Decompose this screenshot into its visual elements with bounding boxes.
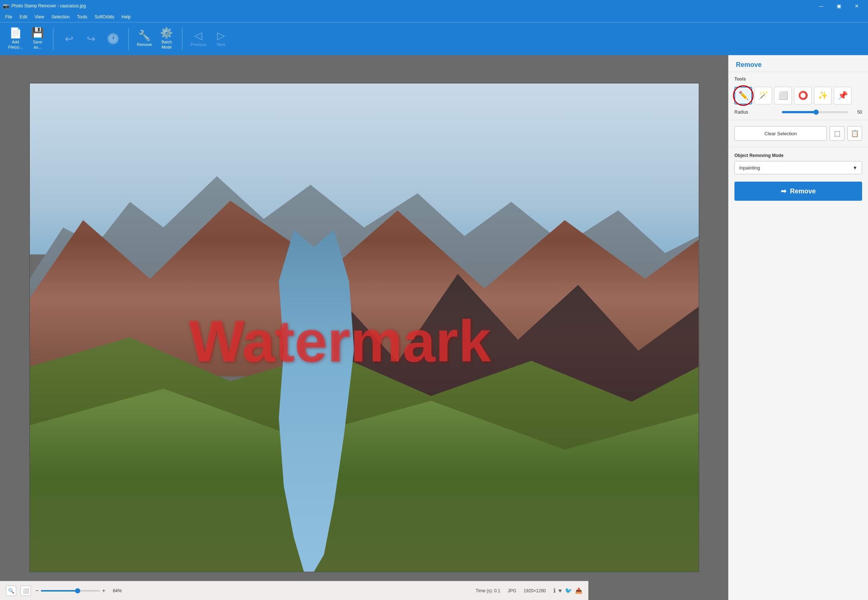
radius-fill (782, 111, 815, 113)
radius-slider[interactable] (782, 111, 848, 113)
undo-button[interactable]: ↩ (58, 32, 80, 46)
menu-help[interactable]: Help (118, 13, 135, 21)
format-label: JPG (508, 588, 516, 593)
info-icon[interactable]: ℹ (553, 587, 556, 594)
minimize-button[interactable]: ― (813, 0, 830, 12)
zoom-control: − + (35, 588, 106, 594)
app-icon: 📷 (3, 3, 9, 9)
radius-control-row: Radius 50 (728, 108, 868, 117)
radius-thumb[interactable] (813, 109, 819, 115)
close-button[interactable]: ✕ (848, 0, 865, 12)
twitter-icon[interactable]: 🐦 (565, 587, 572, 594)
zoom-minus-button[interactable]: − (35, 588, 39, 594)
brush-tool-button[interactable]: ✏️ (734, 87, 752, 105)
titlebar: 📷 Photo Stamp Remover - caucasus.jpg ― ▣… (0, 0, 868, 12)
panel-divider-1 (728, 120, 868, 120)
panel-title: Remove (728, 55, 868, 72)
paste-selection-button[interactable]: 📋 (847, 126, 862, 141)
next-label: Next (217, 42, 225, 47)
redo-icon: ↪ (87, 34, 95, 44)
smart-icon: ✨ (818, 91, 828, 100)
mode-selected-value: Inpainting (739, 165, 760, 171)
remove-toolbar-button[interactable]: 🔧 Remove (133, 28, 156, 49)
history-icon: 🕐 (107, 34, 120, 44)
history-button[interactable]: 🕐 (102, 32, 124, 46)
smart-tool-button[interactable]: ✨ (814, 87, 832, 105)
menu-softorbits[interactable]: SoftOrbits (91, 13, 118, 21)
radius-label: Radius (734, 109, 779, 115)
social-icons: ℹ ♥ 🐦 📤 (553, 587, 583, 594)
next-icon: ▷ (217, 30, 225, 41)
mode-label: Object Removing Mode (728, 150, 868, 159)
magic-wand-button[interactable]: 🪄 (754, 87, 772, 105)
window-controls: ― ▣ ✕ (813, 0, 865, 12)
next-button[interactable]: ▷ Next (210, 28, 232, 49)
remove-toolbar-label: Remove (137, 42, 152, 47)
save-as-label: Saveas... (33, 40, 42, 49)
bottom-right-info: Time (s): 0.1 JPG 1920×1280 ℹ ♥ 🐦 📤 (476, 587, 582, 594)
menu-file[interactable]: File (2, 13, 16, 21)
dimensions-label: 1920×1280 (524, 588, 546, 593)
toolbar-sep-3 (182, 28, 182, 50)
toolbar: 📄 AddFile(s)... 💾 Saveas... ↩ ↪ 🕐 🔧 Remo… (0, 22, 868, 55)
stamp-tool-button[interactable]: 📌 (834, 87, 851, 105)
add-files-button[interactable]: 📄 AddFile(s)... (5, 26, 26, 52)
share-icon[interactable]: 📤 (575, 587, 582, 594)
lasso-icon: ⭕ (798, 91, 808, 100)
right-panel: Remove Tools ✏️ 🪄 ⬜ ⭕ ✨ 📌 (728, 55, 868, 600)
clear-selection-button[interactable]: Clear Selection (734, 126, 827, 141)
menu-view[interactable]: View (31, 13, 48, 21)
paste-icon: 📋 (851, 129, 859, 138)
select-from-clipboard-button[interactable]: ⬚ (830, 126, 844, 141)
image-canvas: Watermark (29, 83, 699, 572)
tools-row: ✏️ 🪄 ⬜ ⭕ ✨ 📌 (728, 84, 868, 108)
radius-value: 50 (851, 109, 862, 115)
add-files-icon: 📄 (9, 28, 22, 38)
lasso-tool-button[interactable]: ⭕ (794, 87, 812, 105)
save-as-icon: 💾 (31, 28, 44, 38)
remove-toolbar-icon: 🔧 (138, 30, 151, 41)
toolbar-sep-2 (128, 28, 129, 50)
main-area: Watermark 🔍 ⬜ − + 64% Time (s): 0.1 JPG … (0, 55, 868, 600)
batch-mode-label: BatchMode (161, 40, 172, 49)
heart-icon[interactable]: ♥ (559, 588, 562, 594)
canvas-area[interactable]: Watermark 🔍 ⬜ − + 64% Time (s): 0.1 JPG … (0, 55, 728, 600)
tools-section-label: Tools (728, 72, 868, 84)
panel-divider-2 (728, 147, 868, 147)
brush-icon: ✏️ (739, 91, 748, 100)
undo-icon: ↩ (65, 34, 73, 44)
zoom-track[interactable] (41, 590, 100, 592)
bottom-bar: 🔍 ⬜ − + 64% Time (s): 0.1 JPG 1920×1280 … (0, 581, 588, 600)
menu-tools[interactable]: Tools (73, 13, 91, 21)
menu-selection[interactable]: Selection (48, 13, 73, 21)
stamp-icon: 📌 (838, 91, 848, 100)
previous-button[interactable]: ◁ Previous (187, 28, 210, 49)
remove-button[interactable]: ➡ Remove (734, 182, 862, 201)
rectangle-icon: ⬜ (778, 91, 788, 100)
zoom-fill (41, 590, 76, 592)
time-label: Time (s): 0.1 (476, 588, 500, 593)
add-files-label: AddFile(s)... (8, 40, 23, 49)
rectangle-tool-button[interactable]: ⬜ (774, 87, 792, 105)
zoom-plus-button[interactable]: + (102, 588, 105, 594)
toolbar-sep-1 (53, 28, 53, 50)
menubar: File Edit View Selection Tools SoftOrbit… (0, 12, 868, 22)
dropdown-chevron-icon: ▼ (853, 165, 857, 171)
magic-wand-icon: 🪄 (759, 91, 768, 100)
maximize-button[interactable]: ▣ (830, 0, 847, 12)
menu-edit[interactable]: Edit (16, 13, 31, 21)
clear-selection-row: Clear Selection ⬚ 📋 (728, 123, 868, 144)
batch-mode-icon: ⚙️ (160, 28, 173, 38)
clipboard-select-icon: ⬚ (834, 129, 841, 138)
zoom-percent: 64% (113, 588, 122, 593)
save-as-button[interactable]: 💾 Saveas... (26, 26, 49, 52)
zoom-thumb[interactable] (75, 588, 80, 593)
previous-icon: ◁ (194, 30, 202, 41)
zoom-selection-button[interactable]: ⬜ (21, 586, 31, 596)
mode-dropdown[interactable]: Inpainting ▼ (734, 161, 862, 174)
zoom-fit-button[interactable]: 🔍 (6, 586, 16, 596)
remove-button-label: Remove (790, 188, 816, 195)
window-title: Photo Stamp Remover - caucasus.jpg (11, 3, 813, 8)
batch-mode-button[interactable]: ⚙️ BatchMode (156, 26, 178, 52)
redo-button[interactable]: ↪ (80, 32, 102, 46)
